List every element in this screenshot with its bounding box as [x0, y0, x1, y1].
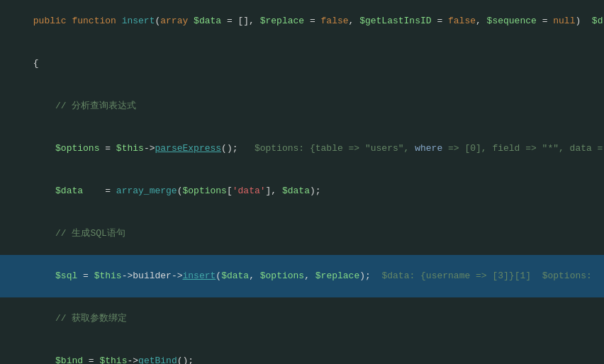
token-comment: // 获取参数绑定: [33, 313, 128, 324]
code-line-highlighted: $sql = $this->builder->insert($data, $op…: [0, 255, 604, 297]
token-var: $d: [592, 16, 603, 26]
token-brace: {: [33, 58, 39, 69]
token-plain: ],: [266, 186, 282, 196]
token-var: $options: [260, 271, 304, 281]
token-var: $bind: [55, 356, 83, 364]
token-op: =: [432, 16, 448, 26]
token-plain: =: [83, 186, 116, 196]
token-plain: ): [575, 16, 591, 26]
token-var: $options: [55, 143, 99, 154]
token-plain: =: [99, 143, 116, 154]
token-arrow: ->: [172, 271, 183, 281]
token-function: array_merge: [116, 186, 177, 196]
token-plain: );: [359, 271, 381, 281]
token-string: 'data': [233, 186, 266, 196]
code-line: $data = array_merge($options['data'], $d…: [0, 170, 604, 212]
token-var: $this: [94, 271, 122, 281]
token-plain: ();: [221, 143, 255, 154]
token-comment: // 生成SQL语句: [33, 228, 125, 239]
token-plain: =: [83, 356, 99, 364]
token-arrow: ->: [122, 271, 133, 281]
token-comment: // 分析查询表达式: [33, 101, 137, 111]
token-var: $this: [116, 143, 144, 154]
code-line: $options = $this->parseExpress(); $optio…: [0, 127, 604, 170]
token-plain: ,: [349, 16, 360, 26]
token-arrow: ->: [127, 356, 138, 364]
token-method: parseExpress: [155, 143, 221, 154]
code-line: public function insert(array $data = [],…: [0, 0, 604, 42]
token-plain: );: [310, 186, 321, 196]
token-keyword: public: [33, 16, 72, 26]
token-var: $data: [55, 186, 83, 196]
token-comment: $options: {table => "users",: [255, 143, 415, 154]
token-keyword: function: [72, 16, 121, 26]
token-plain: ,: [249, 271, 260, 281]
token-var: $replace: [260, 16, 304, 26]
token-var: $replace: [315, 271, 359, 281]
token-plain: [33, 356, 55, 364]
token-plain: [33, 186, 55, 196]
token-var: $data: [221, 271, 249, 281]
token-var: $options: [183, 186, 227, 196]
token-var: $sql: [55, 271, 77, 281]
token-op: =: [304, 16, 320, 26]
token-arrow: ->: [144, 143, 155, 154]
token-plain: (: [216, 271, 221, 281]
token-comment: => [0], field => "*", data =: [442, 143, 603, 154]
token-keyword: false: [448, 16, 476, 26]
token-plain: =: [77, 271, 94, 281]
token-var: $data: [282, 186, 310, 196]
token-var: $sequence: [487, 16, 537, 26]
token-plain: ();: [177, 356, 194, 364]
token-method: getBind: [138, 356, 177, 364]
token-function: insert: [122, 16, 155, 26]
code-line: // 生成SQL语句: [0, 212, 604, 255]
token-plain: [33, 143, 55, 154]
code-line: // 获取参数绑定: [0, 297, 604, 340]
token-keyword: false: [321, 16, 349, 26]
token-plain: (: [177, 186, 183, 196]
token-prop: builder: [133, 271, 172, 281]
code-editor: public function insert(array $data = [],…: [0, 0, 604, 364]
token-op: =: [537, 16, 553, 26]
token-method: insert: [183, 271, 216, 281]
token-plain: ,: [304, 271, 315, 281]
token-var: $getLastInsID: [359, 16, 431, 26]
token-keyword: array: [160, 16, 194, 26]
token-comment: $data: {username => [3]}[1] $options:: [381, 271, 591, 281]
token-op: = [],: [221, 16, 260, 26]
code-line: // 分析查询表达式: [0, 85, 604, 127]
code-line: {: [0, 42, 604, 85]
token-plain: [: [227, 186, 233, 196]
code-line: $bind = $this->getBind();: [0, 340, 604, 364]
token-var: $data: [194, 16, 221, 26]
token-keyword: null: [553, 16, 575, 26]
token-plain: [33, 271, 55, 281]
token-plain: ,: [476, 16, 487, 26]
token-where: where: [415, 143, 442, 154]
token-var: $this: [99, 356, 127, 364]
